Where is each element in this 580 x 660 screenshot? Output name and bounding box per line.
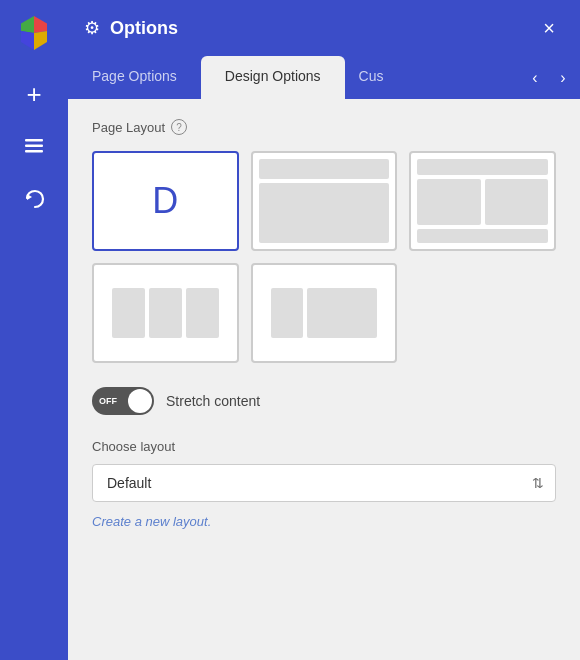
sidebar: + — [0, 0, 68, 660]
tab-prev-button[interactable]: ‹ — [522, 65, 548, 91]
create-link-anchor[interactable]: Create — [92, 514, 131, 529]
svg-rect-7 — [25, 150, 43, 153]
gear-icon: ⚙ — [84, 17, 100, 39]
panel-header: ⚙ Options × — [68, 0, 580, 56]
stretch-content-label: Stretch content — [166, 393, 260, 409]
create-layout-link: Create a new layout. — [92, 514, 556, 529]
stretch-content-row: OFF Stretch content — [92, 387, 556, 415]
svg-marker-8 — [27, 194, 32, 200]
layout-option-header-content[interactable] — [251, 151, 398, 251]
tab-next-button[interactable]: › — [550, 65, 576, 91]
content-area: Page Layout ? D — [68, 99, 580, 660]
tab-design-options[interactable]: Design Options — [201, 56, 345, 99]
layout-option-header-tworow[interactable] — [409, 151, 556, 251]
svg-rect-6 — [25, 145, 43, 148]
layout-option-sidebar-main[interactable] — [251, 263, 398, 363]
close-button[interactable]: × — [534, 13, 564, 43]
panel-title: Options — [110, 18, 524, 39]
layout-option-three-col[interactable] — [92, 263, 239, 363]
svg-marker-2 — [21, 16, 34, 33]
page-layout-label: Page Layout ? — [92, 119, 556, 135]
help-icon[interactable]: ? — [171, 119, 187, 135]
layout-option-d[interactable]: D — [92, 151, 239, 251]
svg-marker-3 — [21, 31, 34, 50]
app-logo — [13, 12, 55, 54]
layers-button[interactable] — [12, 124, 56, 168]
toggle-knob — [128, 389, 152, 413]
stretch-content-toggle[interactable]: OFF — [92, 387, 154, 415]
tabs-navigation: ‹ › — [522, 56, 580, 99]
tab-custom-partial[interactable]: Cus — [345, 56, 398, 99]
main-panel: ⚙ Options × Page Options Design Options … — [68, 0, 580, 660]
tabs-bar: Page Options Design Options Cus ‹ › — [68, 56, 580, 99]
svg-marker-1 — [34, 16, 47, 33]
toggle-off-label: OFF — [99, 396, 117, 406]
layout-select-wrapper: Default Custom 1 Custom 2 ⇅ — [92, 464, 556, 502]
undo-button[interactable] — [12, 176, 56, 220]
choose-layout-label: Choose layout — [92, 439, 556, 454]
layout-select[interactable]: Default Custom 1 Custom 2 — [92, 464, 556, 502]
svg-marker-4 — [34, 31, 47, 50]
svg-rect-5 — [25, 139, 43, 142]
tab-page-options[interactable]: Page Options — [68, 56, 201, 99]
add-button[interactable]: + — [12, 72, 56, 116]
